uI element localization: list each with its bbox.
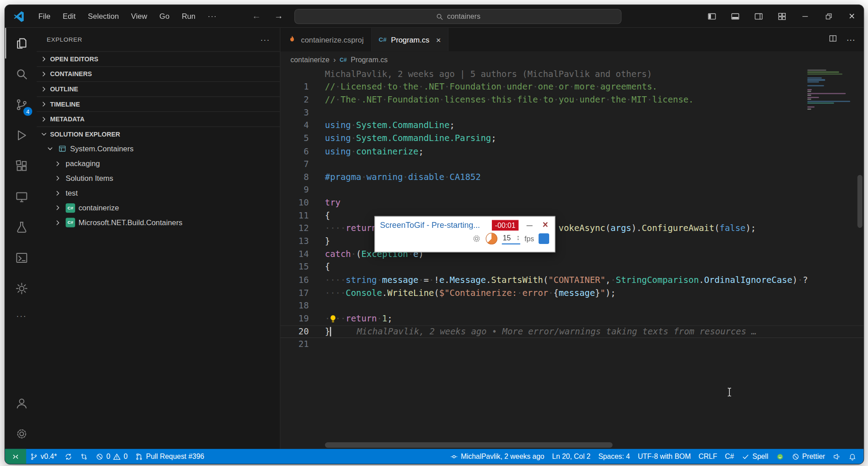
menu-selection[interactable]: Selection	[82, 12, 125, 21]
activity-settings[interactable]	[5, 418, 37, 449]
menu-file[interactable]: File	[32, 12, 56, 21]
code-line-2[interactable]: 2//·The·.NET·Foundation·licenses·this·fi…	[280, 94, 864, 107]
toggle-panel-icon[interactable]	[723, 5, 746, 27]
activity-source-control[interactable]: 4	[5, 89, 37, 120]
line-number[interactable]: 16	[280, 274, 318, 287]
line-number[interactable]: 20	[280, 325, 318, 338]
tree-item-packaging[interactable]: packaging	[37, 156, 280, 171]
activity-extension-circle[interactable]	[5, 273, 37, 304]
screentogif-delay-pie-icon[interactable]	[486, 232, 497, 244]
smiley-status[interactable]	[772, 449, 788, 464]
prettier-status[interactable]: Prettier	[788, 449, 829, 464]
code-line-14[interactable]: 14catch·(Exception·e)	[280, 248, 864, 261]
forward-icon[interactable]: →	[267, 11, 290, 21]
screentogif-settings-icon[interactable]	[472, 234, 481, 243]
tree-item-solution[interactable]: System.Containers	[37, 141, 280, 156]
notifications-status[interactable]	[845, 449, 860, 464]
activity-search[interactable]	[5, 59, 37, 89]
horizontal-scrollbar[interactable]	[280, 442, 802, 448]
screentogif-record-button[interactable]	[538, 233, 549, 244]
encoding-status[interactable]: UTF-8 with BOM	[634, 449, 694, 464]
line-number[interactable]: 12	[280, 222, 318, 235]
breadcrumb-folder[interactable]: containerize	[290, 56, 329, 64]
tree-item-containerize[interactable]: C# containerize	[37, 201, 280, 215]
line-number[interactable]: 15	[280, 261, 318, 274]
tree-item-solution-items[interactable]: Solution Items	[37, 171, 280, 186]
line-number[interactable]: 9	[280, 184, 318, 197]
more-menus-icon[interactable]: ···	[202, 12, 223, 21]
line-number[interactable]: 5	[280, 132, 318, 145]
screentogif-titlebar[interactable]: ScreenToGif - Pre-starting... -00:01 ─ ×	[375, 217, 555, 232]
code-line-12[interactable]: 12····return vokeAsync(args).ConfigureAw…	[280, 222, 864, 235]
line-number[interactable]: 3	[280, 107, 318, 120]
code-line-1[interactable]: 1//·Licensed·to·the·.NET·Foundation·unde…	[280, 81, 864, 94]
code-line-13[interactable]: 13}	[280, 235, 864, 248]
editor-more-icon[interactable]: ···	[846, 34, 855, 44]
activity-explorer[interactable]	[5, 28, 37, 58]
line-number[interactable]: 7	[280, 158, 318, 171]
screentogif-minimize-button[interactable]: ─	[523, 220, 536, 230]
activity-run-debug[interactable]	[5, 120, 37, 150]
code-line-8[interactable]: 8#pragma·warning·disable·CA1852	[280, 171, 864, 184]
code-line-18[interactable]: 18	[280, 299, 864, 312]
code-editor[interactable]: MichalPavlik, 2 weeks ago | 5 authors (M…	[280, 68, 864, 449]
line-number[interactable]: 11	[280, 209, 318, 222]
line-number[interactable]: 13	[280, 235, 318, 248]
section-solution-explorer[interactable]: SOLUTION EXPLORER	[37, 126, 280, 141]
code-line-15[interactable]: 15{	[280, 261, 864, 274]
close-button[interactable]: ×	[840, 5, 864, 27]
screentogif-close-button[interactable]: ×	[540, 219, 550, 231]
spin-down-icon[interactable]: ▾	[517, 238, 519, 241]
code-line-11[interactable]: 11{	[280, 209, 864, 222]
feedback-status[interactable]	[829, 449, 845, 464]
toggle-secondary-sidebar-icon[interactable]	[747, 5, 770, 27]
blame-status[interactable]: MichalPavlik, 2 weeks ago	[446, 449, 548, 464]
line-number[interactable]: 1	[280, 81, 318, 94]
tree-item-msbuild-containers[interactable]: C# Microsoft.NET.Build.Containers	[37, 215, 280, 230]
search-box[interactable]: containers	[294, 9, 622, 24]
line-number[interactable]: 8	[280, 171, 318, 184]
line-number[interactable]: 17	[280, 286, 318, 299]
fps-input[interactable]: 15 ▴ ▾	[502, 232, 520, 244]
explorer-more-icon[interactable]: ···	[260, 35, 270, 44]
code-line-10[interactable]: 10try	[280, 197, 864, 209]
vertical-scrollbar-thumb[interactable]	[857, 175, 862, 228]
line-number[interactable]: 6	[280, 145, 318, 158]
menu-view[interactable]: View	[125, 12, 153, 21]
sync-status[interactable]	[61, 449, 76, 464]
branch-status[interactable]: v0.4*	[26, 449, 60, 464]
tree-item-test[interactable]: test	[37, 186, 280, 201]
pull-request-status[interactable]: Pull Request #396	[131, 449, 208, 464]
toggle-sidebar-icon[interactable]	[700, 5, 723, 27]
code-line-19[interactable]: 19····return·1;	[280, 312, 864, 325]
spin-up-icon[interactable]: ▴	[517, 235, 519, 238]
menu-run[interactable]: Run	[176, 12, 202, 21]
close-tab-icon[interactable]: ×	[436, 35, 441, 44]
restore-button[interactable]	[817, 5, 840, 27]
spell-status[interactable]: Spell	[738, 449, 772, 464]
code-line-7[interactable]: 7	[280, 158, 864, 171]
problems-status[interactable]: 0 0	[92, 449, 132, 464]
minimap[interactable]	[807, 70, 855, 112]
line-number[interactable]: 2	[280, 94, 318, 107]
remote-indicator[interactable]	[5, 449, 26, 464]
code-line-20[interactable]: 20}MichalPavlik, 2 weeks ago • More erro…	[280, 325, 864, 338]
minimize-button[interactable]: ─	[793, 5, 817, 27]
code-line-6[interactable]: 6using·containerize;	[280, 145, 864, 158]
horizontal-scrollbar-thumb[interactable]	[325, 442, 613, 448]
line-number[interactable]: 21	[280, 338, 318, 351]
code-line-5[interactable]: 5using·System.CommandLine.Parsing;	[280, 132, 864, 145]
back-icon[interactable]: ←	[246, 11, 268, 21]
split-editor-icon[interactable]	[829, 34, 838, 45]
line-number[interactable]: 4	[280, 120, 318, 133]
vertical-scrollbar[interactable]	[856, 68, 864, 449]
activity-accounts[interactable]	[5, 388, 37, 418]
tab-program-cs[interactable]: C# Program.cs ×	[372, 28, 449, 51]
eol-status[interactable]: CRLF	[694, 449, 721, 464]
code-line-17[interactable]: 17····Console.WriteLine($"Containerize:·…	[280, 286, 864, 299]
line-number[interactable]: 19	[280, 312, 318, 325]
breadcrumb-file[interactable]: Program.cs	[351, 56, 388, 64]
code-line-4[interactable]: 4using·System.CommandLine;	[280, 120, 864, 133]
code-line-21[interactable]: 21	[280, 338, 864, 351]
activity-remote-explorer[interactable]	[5, 181, 37, 211]
